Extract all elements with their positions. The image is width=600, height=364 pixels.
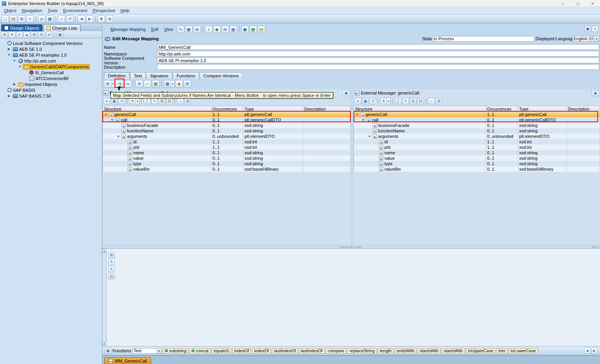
refresh-icon[interactable]: ↺	[370, 98, 376, 104]
structure-row-valuebin[interactable]: valueBin0..1xsd:base64Binary	[103, 166, 351, 172]
document-check-icon[interactable]: ✓	[144, 80, 151, 87]
editor-menu-edit[interactable]: Edit	[148, 26, 161, 32]
menu-environment[interactable]: Environment	[61, 7, 90, 14]
tree-item-atcconnectorbf[interactable]: ATCConnectorBF	[0, 75, 102, 81]
close-icon[interactable]: ×	[592, 26, 598, 32]
duplicate-icon[interactable]: ⊟	[417, 98, 424, 104]
function-button-lastindexof-6[interactable]: lastIndexOf	[299, 348, 325, 354]
sort-icon[interactable]: ▲	[23, 32, 30, 38]
insert-node-icon[interactable]: ⊞	[159, 98, 165, 104]
grid-menu-icon[interactable]: ▦	[164, 80, 171, 87]
expander-icon[interactable]: ▼	[361, 118, 365, 122]
column-header-structure[interactable]: Structure	[103, 106, 211, 112]
scroll-up-icon[interactable]: ▲	[102, 249, 107, 253]
dropdown-arrow-icon[interactable]: ▾	[111, 80, 115, 87]
menu-help[interactable]: Help	[118, 7, 132, 14]
delete-icon[interactable]: ×	[26, 15, 34, 23]
canvas-edit-icon[interactable]: ✎	[108, 259, 115, 265]
function-button-lastindexof-5[interactable]: lastIndexOf	[272, 348, 298, 354]
function-button-tolowercase-15[interactable]: toLowerCase	[509, 348, 538, 354]
splitter-handle[interactable]	[592, 246, 598, 248]
structure-row-valuebin[interactable]: valueBin0..1xsd:base64Binary	[354, 166, 600, 172]
sort-tree-icon[interactable]: ≡	[355, 98, 361, 104]
structure-row-call[interactable]: ▼call0..1p6:genericCallDTO	[354, 117, 600, 123]
tree-item-sap-basis[interactable]: SAP BASIS	[0, 87, 102, 93]
function-button-touppercase-13[interactable]: toUpperCase	[466, 348, 495, 354]
structure-row-functionname[interactable]: functionName0..1xsd:string	[354, 128, 600, 134]
tab-mm-genericcall[interactable]: MM_GenericCall	[104, 357, 151, 364]
tree-item-si-genericcall[interactable]: SI_GenericCall	[0, 70, 102, 75]
close-icon[interactable]: ×	[585, 0, 600, 7]
minimize-icon[interactable]: –	[555, 0, 570, 7]
edit-node-icon[interactable]: ✎	[402, 98, 409, 104]
text-table-icon[interactable]: ▦	[152, 80, 159, 87]
edit-node-icon[interactable]: ✎	[151, 98, 158, 104]
structure-row-arguments[interactable]: ▼arguments0..unboundedp6:elementDTO	[103, 134, 351, 139]
function-button-indexof-3[interactable]: indexOf	[232, 348, 251, 354]
refresh-icon[interactable]: ↺	[118, 98, 125, 104]
node-functions-icon[interactable]: ƒ	[144, 98, 150, 104]
workflow-icon[interactable]: ⊕	[106, 15, 113, 23]
export-icon[interactable]: ▤	[258, 26, 265, 33]
structure-row-functionname[interactable]: functionName0..1xsd:string	[103, 128, 351, 134]
expander-icon[interactable]: ▼	[104, 113, 108, 116]
search-icon[interactable]: ○	[428, 98, 435, 104]
expand-icon[interactable]: ⊞	[31, 32, 38, 38]
expander-icon[interactable]: ▶	[12, 82, 16, 86]
menu-tools[interactable]: Tools	[45, 7, 61, 14]
dropdown-arrow-icon[interactable]: ▾	[136, 98, 139, 105]
tree-item-local-software-component-versions[interactable]: Local Software Component Versions	[0, 40, 102, 46]
structure-row-pid[interactable]: pId1..1xsd:int	[354, 145, 600, 150]
structure-row-businessfacade[interactable]: businessFacade0..1xsd:string	[354, 123, 600, 128]
copy-icon[interactable]: ⊞	[184, 98, 191, 104]
tree-item-aeb-se-pi-examples-1-0[interactable]: ▼AEB SE PI examples 1.0	[0, 52, 102, 58]
column-header-description[interactable]: Description	[567, 106, 600, 112]
canvas-copy-icon[interactable]: ⊞	[108, 252, 115, 258]
expander-icon[interactable]: ▼	[7, 53, 11, 57]
field-description[interactable]	[157, 64, 599, 70]
expand-panel-icon[interactable]: ▣	[592, 90, 599, 96]
edit-toggle-icon[interactable]: ✎	[177, 26, 184, 33]
field-name[interactable]	[157, 44, 599, 50]
refresh-icon[interactable]: ↺	[66, 15, 73, 23]
grid-icon[interactable]: ▦	[362, 98, 369, 104]
settings-icon[interactable]: ⊛	[136, 80, 143, 87]
search-icon[interactable]: ○	[177, 98, 184, 104]
next-icon[interactable]: ►	[591, 348, 598, 354]
column-header-description[interactable]: Description	[303, 106, 351, 112]
tree-item-http-pi-aeb-com[interactable]: ▼http://pi.aeb.com	[0, 58, 102, 64]
add-icon[interactable]: ⊞	[221, 26, 229, 33]
maximize-icon[interactable]: □	[570, 0, 585, 7]
function-button-endswith-10[interactable]: endsWith	[395, 348, 416, 354]
tree-item-imported-objects[interactable]: ▶Imported Objects	[0, 81, 102, 87]
insert-node-icon[interactable]: ⊞	[410, 98, 416, 104]
function-button-substring-0[interactable]: substring	[163, 348, 189, 354]
prev-icon[interactable]: ◄	[584, 348, 591, 354]
function-button-startswith-11[interactable]: startsWith	[418, 348, 441, 354]
copy-icon[interactable]: ⊞	[193, 26, 201, 33]
structure-row-id[interactable]: id1..1xsd:int	[354, 139, 600, 145]
filter-menu-icon[interactable]: ▼	[129, 98, 136, 104]
canvas-text-icon[interactable]: ≡	[108, 266, 115, 272]
function-button-length-9[interactable]: length	[378, 348, 393, 354]
function-button-replacestring-8[interactable]: replaceString	[347, 348, 377, 354]
tab-compare-versions[interactable]: Compare Versions	[200, 72, 243, 79]
tab-test[interactable]: Test	[130, 72, 146, 79]
hierarchy-icon[interactable]: ≡	[16, 32, 23, 38]
info-icon[interactable]: i	[205, 26, 212, 33]
functions-grid-icon[interactable]: ▦	[105, 348, 111, 354]
expand-panel-icon[interactable]: ▣	[343, 90, 350, 96]
filter-menu-icon[interactable]: ▼	[9, 32, 15, 38]
sidebar-tab-change-lists[interactable]: Change Lists	[43, 24, 80, 31]
layout-icon[interactable]: ▦	[57, 32, 63, 38]
collapse-filter-icon[interactable]: ⊟	[38, 32, 45, 38]
structure-row-name[interactable]: name0..1xsd:string	[354, 150, 600, 155]
print-icon[interactable]: ▣	[241, 26, 249, 33]
function-button-indexof-4[interactable]: indexOf	[252, 348, 271, 354]
tab-definition[interactable]: Definition	[104, 72, 130, 79]
chevron-down-icon[interactable]: ▼	[157, 348, 162, 354]
filter-menu-icon[interactable]: ▼	[380, 98, 387, 104]
canvas-clipboard-icon[interactable]: ▤	[108, 273, 115, 279]
search-icon[interactable]: ○	[58, 15, 65, 23]
structure-row-businessfacade[interactable]: businessFacade0..1xsd:string	[103, 123, 351, 128]
